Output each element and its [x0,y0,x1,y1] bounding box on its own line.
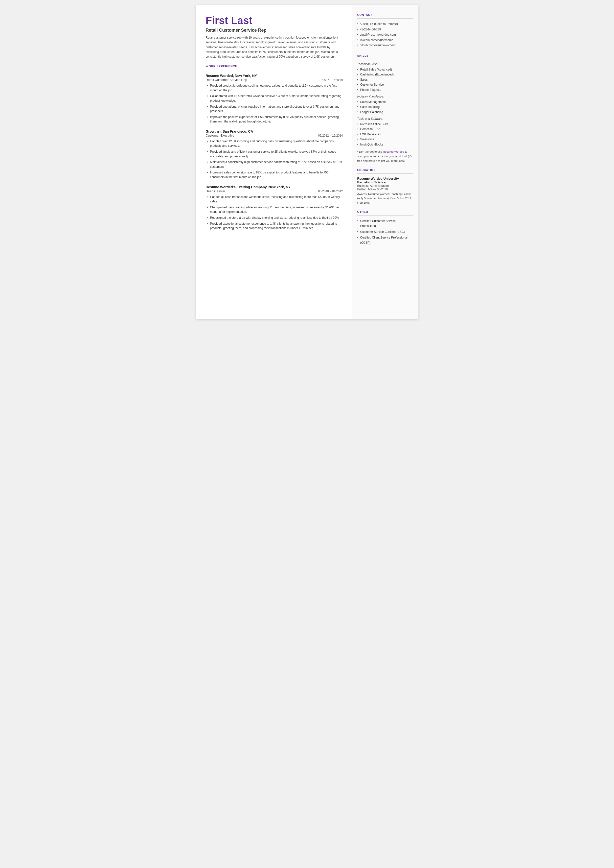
bullet-3-4: Provided exceptional customer experience… [206,222,343,231]
edu-field: Business Administration [357,184,413,188]
contact-item-github: github.com/resumeworded [357,43,413,48]
job-bullets-1: Provided product knowledge such as featu… [206,83,343,124]
summary: Retail customer service rep with 10 year… [206,36,343,59]
skill-phone-etiquette: Phone Etiquette [357,87,413,92]
bullet-2-3: Maintained a consistently high customer … [206,160,343,169]
bullet-3-1: Handed all cash transactions within the … [206,195,343,204]
education-section: EDUCATION Resume Worded University Bache… [357,169,413,205]
bullet-3-3: Redesigned the store area with display s… [206,216,343,220]
skills-divider [357,59,413,59]
job-block-2: Growthsi, San Francisco, CA Customer Exe… [206,129,343,180]
skill-sales: Sales [357,77,413,82]
name: First Last [206,15,343,26]
bullet-1-3: Provided quotations, pricing, required i… [206,104,343,113]
job-dates-1: 01/2015 – Present [318,78,343,82]
skill-intuit-quickbooks: Intuit QuickBooks [357,142,413,147]
tip-box: • Don't forget to use Resume Worded to s… [357,149,413,163]
other-list: Certified Customer Service Professional.… [357,219,413,245]
bullet-1-2: Collaborated with 13 other retail CSRs t… [206,94,343,103]
bullet-3-2: Championed basic training while supervis… [206,205,343,214]
skill-comcash-erp: Comcash ERP [357,127,413,132]
job-company-1: Resume Worded, New York, NY [206,74,257,78]
technical-skills-label: Technical Skills: [357,62,413,66]
industry-skills-list: Sales Management Cash Handling Ledger Ba… [357,99,413,115]
job-block-3: Resume Worded's Exciting Company, New Yo… [206,185,343,231]
left-column: First Last Retail Customer Service Rep R… [196,5,352,319]
resume-worded-link[interactable]: Resume Worded [383,150,404,153]
skill-customer-service: Customer Service [357,82,413,87]
contact-section: CONTACT Austin, TX (Open to Remote) +1-2… [357,13,413,48]
skills-header: SKILLS [357,54,413,57]
job-role-1: Retail Customer Service Rep [206,78,247,82]
other-item-2: Customer Service Certified (CSC) [357,229,413,234]
contact-header: CONTACT [357,13,413,16]
job-title: Retail Customer Service Rep [206,28,343,33]
skill-salesforce: Salesforce [357,137,413,142]
skill-lob-retailpoint: LOB RetailPoint [357,132,413,137]
other-item-3: Certified Client Service Professional (C… [357,235,413,245]
skill-microsoft-office: Microsoft Office Suite [357,122,413,127]
skill-cashiering: Cashiering (Experienced) [357,72,413,77]
right-column: CONTACT Austin, TX (Open to Remote) +1-2… [352,5,419,319]
job-block-1: Resume Worded, New York, NY Retail Custo… [206,74,343,124]
other-item-1: Certified Customer Service Professional. [357,219,413,228]
technical-skills-list: Retail Sales (Advanced) Cashiering (Expe… [357,67,413,92]
bullet-1-4: Improved the positive experience of 1.5K… [206,115,343,124]
skill-retail-sales: Retail Sales (Advanced) [357,67,413,72]
edu-awards: Awards: Resume Worded Teaching Fellow (o… [357,192,413,205]
industry-skills-label: Industry Knowledge: [357,95,413,98]
work-experience-divider [206,70,343,70]
job-bullets-2: Handled over 12.5K incoming and outgoing… [206,139,343,180]
edu-school: Resume Worded University [357,177,413,180]
contact-item-linkedin: linkedin.com/in/username [357,37,413,43]
job-dates-3: 06/2010 – 01/2012 [318,189,343,193]
edu-location: Boston, MA — 05/2010 [357,188,413,191]
contact-item-phone: +1-234-456-789 [357,27,413,33]
resume-page: First Last Retail Customer Service Rep R… [196,5,419,319]
job-role-3: Head Cashier [206,189,225,193]
edu-block: Resume Worded University Bachelor of Sci… [357,177,413,205]
skill-sales-management: Sales Management [357,99,413,104]
contact-divider [357,18,413,19]
other-header: OTHER [357,210,413,213]
work-experience-header: WORK EXPERIENCE [206,65,343,68]
bullet-2-4: Increased sales conversion rate to 83% b… [206,170,343,179]
other-divider [357,215,413,216]
edu-degree: Bachelor of Science [357,181,413,184]
contact-list: Austin, TX (Open to Remote) +1-234-456-7… [357,22,413,48]
bullet-1-1: Provided product knowledge such as featu… [206,83,343,93]
skills-section: SKILLS Technical Skills: Retail Sales (A… [357,54,413,163]
bullet-2-1: Handled over 12.5K incoming and outgoing… [206,139,343,148]
tools-skills-label: Tools and Software: [357,117,413,121]
job-bullets-3: Handed all cash transactions within the … [206,195,343,231]
skill-ledger-balancing: Ledger Balancing [357,110,413,115]
job-dates-2: 02/2012 – 12/2014 [318,134,343,137]
skill-cash-handling: Cash Handling [357,104,413,109]
other-section: OTHER Certified Customer Service Profess… [357,210,413,245]
tools-skills-list: Microsoft Office Suite Comcash ERP LOB R… [357,122,413,147]
contact-item-email: email@resumeworded.com [357,32,413,37]
job-company-2: Growthsi, San Francisco, CA [206,129,253,134]
education-header: EDUCATION [357,169,413,171]
bullet-2-2: Provided timely and efficient customer s… [206,149,343,158]
job-role-2: Customer Executive [206,134,234,137]
contact-item-location: Austin, TX (Open to Remote) [357,22,413,27]
job-company-3: Resume Worded's Exciting Company, New Yo… [206,185,291,189]
